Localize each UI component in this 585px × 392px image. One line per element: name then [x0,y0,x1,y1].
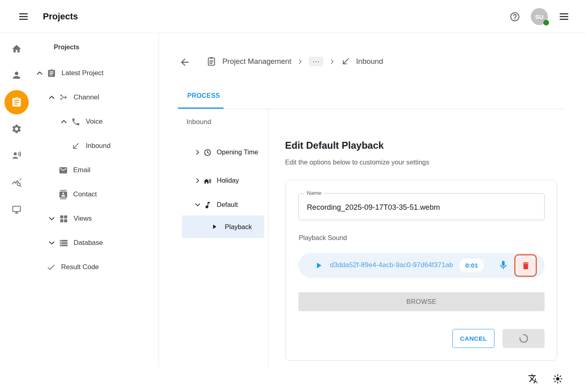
check-icon [46,263,56,272]
overflow-menu-button[interactable] [558,10,570,23]
rail-home-button[interactable] [0,44,33,54]
play-button[interactable] [314,261,323,270]
contact-card-icon [59,190,68,199]
rail-monitoring-button[interactable] [0,178,33,188]
tree-item-latest-project[interactable]: Latest Project [33,61,158,85]
inbound-arrow-icon [71,141,80,151]
clock-icon [203,148,212,157]
inbound-arrow-icon [341,57,351,66]
sidebar-menu-button[interactable] [16,9,31,24]
chevron-right-icon [297,59,303,65]
online-status-dot [543,20,549,25]
rail-desktop-button[interactable] [0,204,33,215]
chevron-right-icon[interactable] [194,149,201,156]
person-icon [11,70,22,80]
name-field: Name [298,193,545,220]
project-tree-panel: Projects Latest Project Channel Voice In… [33,33,159,367]
rail-voice-agent-button[interactable] [0,150,33,161]
record-button[interactable] [498,260,509,270]
audio-filename: d3dda52f-89e4-4acb-9ac0-97d64f371ab [330,261,456,269]
breadcrumb-ellipsis-button[interactable]: ⋯ [309,57,323,66]
phone-icon [71,117,80,126]
ellipsis-icon: ⋯ [313,57,320,66]
chevron-right-icon [329,59,335,65]
breadcrumb: Project Management ⋯ Inbound [206,54,383,69]
chevron-down-icon[interactable] [194,202,201,208]
menu-icon [18,11,29,22]
holiday-icon [203,177,212,185]
tree-item-label: Database [74,239,103,247]
monitor-icon [11,204,22,215]
subnav-item-opening-time[interactable]: Opening Time [178,140,268,164]
tree-item-label: Voice [86,118,103,126]
spinner-icon [518,333,529,344]
avatar-initials: SU [535,13,544,20]
tree-item-label: Latest Project [61,69,103,77]
clipboard-icon [11,97,22,108]
tree-item-result-code[interactable]: Result Code [33,255,158,279]
caret-down-icon[interactable] [48,239,56,247]
grid-views-icon [59,214,68,223]
rail-users-button[interactable] [0,70,33,80]
delete-recording-button[interactable] [516,256,535,275]
subnav-item-label: Default [217,200,259,210]
caret-down-icon[interactable] [48,215,56,223]
translate-icon [528,373,539,384]
brightness-icon [552,373,563,384]
chevron-right-icon[interactable] [194,177,201,184]
subnav-item-playback-selected[interactable]: Playback [182,215,264,238]
back-button[interactable] [178,56,191,69]
delete-highlight-annotation [514,254,537,277]
breadcrumb-current[interactable]: Inbound [356,57,383,66]
subnav-item-holiday[interactable]: Holiday [178,173,268,189]
subnav-header: Inbound [186,118,211,126]
save-button-loading[interactable] [503,329,545,348]
top-bar: Projects SU [0,0,585,33]
tree-item-inbound[interactable]: Inbound [33,134,158,158]
subnav-item-label: Holiday [217,176,259,185]
database-icon [59,238,68,248]
tree-rows: Latest Project Channel Voice Inbound Ema… [33,61,158,279]
microphone-icon [498,260,509,270]
theme-brightness-button[interactable] [552,373,563,384]
tree-item-email[interactable]: Email [33,158,158,182]
avatar[interactable]: SU [531,8,548,25]
tree-item-views[interactable]: Views [33,207,158,231]
subnav-item-default[interactable]: Default [178,197,268,213]
tab-process[interactable]: PROCESS [187,92,220,99]
menu-icon [558,11,570,22]
rail-settings-button[interactable] [0,124,33,134]
tree-item-contact[interactable]: Contact [33,182,158,207]
rail-projects-button-active[interactable] [4,90,29,114]
caret-up-icon[interactable] [48,93,56,101]
gear-icon [11,124,22,134]
caret-up-icon[interactable] [60,118,68,126]
tree-item-voice[interactable]: Voice [33,110,158,134]
tree-item-label: Contact [73,190,97,198]
editor-subtitle: Edit the options below to customize your… [285,158,429,166]
play-icon [314,261,323,270]
music-note-icon [203,201,212,209]
breadcrumb-project[interactable]: Project Management [222,57,291,66]
speaking-person-icon [11,150,22,161]
subnav-item-label: Playback [225,223,252,231]
icon-rail [0,33,33,367]
tree-item-label: Email [73,166,91,174]
page-title: Projects [43,11,78,22]
help-icon [509,11,520,22]
email-icon [59,166,68,175]
chart-search-icon [11,178,22,188]
tree-item-label: Channel [74,93,99,101]
back-arrow-icon [179,57,190,68]
caret-up-icon[interactable] [36,69,44,77]
browse-button[interactable]: BROWSE [298,292,545,311]
help-button[interactable] [509,11,521,23]
name-input[interactable] [306,194,538,221]
tree-item-database[interactable]: Database [33,231,158,255]
language-button[interactable] [528,373,539,384]
cancel-button[interactable]: CANCEL [452,329,494,348]
process-subnav: Inbound Opening Time Holiday Default Pla… [178,109,269,367]
channel-icon [59,93,68,102]
tree-item-channel[interactable]: Channel [33,85,158,110]
playback-settings-card: Name Playback Sound d3dda52f-89e4-4acb-9… [285,180,557,361]
